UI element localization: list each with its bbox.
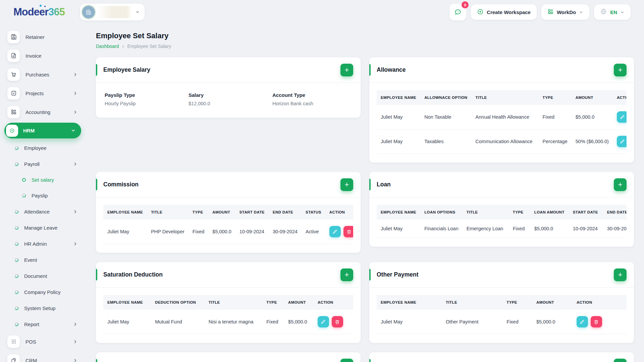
add-loan-button[interactable]: + <box>614 178 627 191</box>
action-cell <box>613 129 627 154</box>
table-cell: $5,000.0 <box>284 310 314 334</box>
column-header-end-date: END DATE <box>269 205 302 220</box>
edit-button[interactable] <box>617 111 627 123</box>
sidebar-item-payroll[interactable]: Payroll <box>0 156 87 172</box>
sidebar-item-label: Set salary <box>32 177 54 183</box>
edit-button[interactable] <box>617 136 627 147</box>
card-title: Employee Salary <box>103 66 150 73</box>
chevron-right-icon <box>73 322 78 327</box>
sidebar-item-retainer[interactable]: Retainer <box>0 27 87 46</box>
column-header-action: ACTION <box>314 295 353 310</box>
language-selector[interactable]: EN <box>594 4 631 20</box>
sidebar-item-accounting[interactable]: Accounting <box>0 103 87 121</box>
workdo-menu-button[interactable]: WorkDo <box>541 4 589 20</box>
messages-button[interactable]: 0 <box>449 4 466 20</box>
sidebar-item-hrm[interactable]: HRM <box>4 123 81 138</box>
workspace-selector[interactable] <box>80 4 145 20</box>
other-payment-card: Other Payment + EMPLOYEE NAMETITLETYPEAM… <box>369 262 634 343</box>
table-cell: Fixed <box>262 310 284 334</box>
plus-circle-icon <box>477 8 484 16</box>
accent-bar <box>369 64 371 76</box>
brand-suffix: 365 <box>48 6 65 18</box>
table-cell: Juliet May <box>377 310 442 334</box>
sidebar-item-manage-leave[interactable]: Manage Leave <box>0 220 87 236</box>
column-header-employee-name: EMPLOYEE NAME <box>103 295 151 310</box>
delete-button[interactable] <box>332 316 343 327</box>
sidebar-item-crm[interactable]: CRM <box>0 351 87 362</box>
chevron-right-icon <box>73 162 78 167</box>
grid-dots-icon <box>7 336 20 348</box>
sidebar-item-hr-admin[interactable]: HR Admin <box>0 236 87 252</box>
bullet-icon <box>14 274 19 278</box>
sidebar-item-event[interactable]: Event <box>0 252 87 268</box>
sidebar-item-report[interactable]: Report <box>0 316 87 332</box>
sidebar-item-purchases[interactable]: Purchases <box>0 65 87 84</box>
action-cell <box>325 220 353 244</box>
sidebar-item-label: Purchases <box>25 72 49 77</box>
chevron-down-icon <box>135 10 140 14</box>
column-header-action: ACTION <box>573 295 627 310</box>
column-header-status: STATUS <box>302 205 325 220</box>
data-table: EMPLOYEE NAMEALLOWNACE OPTIONTITLETYPEAM… <box>377 90 627 154</box>
sidebar-item-label: Payslip <box>32 193 48 198</box>
edit-button[interactable] <box>329 226 341 237</box>
table-cell: $5,000.0 <box>530 220 569 238</box>
bullet-icon <box>22 178 26 182</box>
card-header: Loan + <box>369 172 634 197</box>
delete-button[interactable] <box>343 226 353 237</box>
sidebar-item-label: Manage Leave <box>24 225 57 231</box>
create-workspace-button[interactable]: Create Workspace <box>471 4 537 20</box>
sidebar-item-payslip[interactable]: Payslip <box>0 188 87 203</box>
sidebar-item-attendance[interactable]: Attendance <box>0 203 87 220</box>
table-cell: Juliet May <box>103 220 147 244</box>
table-cell: Juliet May <box>377 220 420 238</box>
sidebar-item-company-policy[interactable]: Company Policy <box>0 284 87 300</box>
sidebar-item-document[interactable]: Document <box>0 268 87 284</box>
add-allowance-button[interactable]: + <box>614 64 627 76</box>
sidebar-item-label: Accounting <box>25 109 50 115</box>
brand-name: Modeer <box>13 6 48 18</box>
add-overtime-button[interactable]: + <box>340 359 353 362</box>
saturation-deduction-table: EMPLOYEE NAMEDEDUCTION OPTIONTITLETYPEAM… <box>103 295 353 334</box>
sidebar-item-set-salary[interactable]: Set salary <box>0 172 87 188</box>
data-table: EMPLOYEE NAMETITLETYPEAMOUNTACTIONJuliet… <box>377 295 627 334</box>
table-cell: Non Taxable <box>420 105 471 129</box>
table-cell: Juliet May <box>103 310 151 334</box>
add-company-contribution-button[interactable]: + <box>614 359 627 362</box>
sidebar-item-label: CRM <box>25 358 37 362</box>
table-cell: Juliet May <box>377 129 420 154</box>
table-header-row: EMPLOYEE NAMEALLOWNACE OPTIONTITLETYPEAM… <box>377 90 627 105</box>
sidebar-item-invoice[interactable]: Invoice <box>0 46 87 65</box>
table-cell: PHP Developer <box>147 220 189 244</box>
edit-button[interactable] <box>577 316 588 327</box>
chevron-right-icon <box>73 91 78 96</box>
brand-logo[interactable]: Modeer365 <box>13 6 65 18</box>
edit-button[interactable] <box>318 316 329 327</box>
cart-icon <box>7 68 20 81</box>
account-type-field: Account Type Horizon Bank cash <box>272 92 352 106</box>
create-workspace-label: Create Workspace <box>487 9 531 15</box>
sidebar-item-label: Document <box>24 273 47 279</box>
sidebar-item-pos[interactable]: POS <box>0 332 87 351</box>
field-value: Horizon Bank cash <box>272 101 352 106</box>
add-saturation-deduction-button[interactable]: + <box>340 268 353 281</box>
sidebar-item-projects[interactable]: Projects <box>0 84 87 103</box>
table-header-row: EMPLOYEE NAMEDEDUCTION OPTIONTITLETYPEAM… <box>103 295 353 310</box>
table-cell: Mutual Fund <box>151 310 205 334</box>
add-commission-button[interactable]: + <box>340 178 353 191</box>
add-other-payment-button[interactable]: + <box>614 268 627 281</box>
column-header-amount: AMOUNT <box>532 295 573 310</box>
table-cell: $5,000.0 <box>208 220 235 244</box>
table-cell: Emergency Loan <box>463 220 509 238</box>
bullet-icon <box>14 306 19 310</box>
column-header-loan-options: LOAN OPTIONS <box>420 205 463 220</box>
bullet-icon <box>14 225 19 230</box>
bullet-icon <box>14 209 19 214</box>
sidebar-item-system-setup[interactable]: System Setup <box>0 300 87 316</box>
sidebar-item-label: Attendance <box>24 209 50 215</box>
company-contribution-card: Company Contribution + <box>369 352 634 362</box>
add-employee-salary-button[interactable]: + <box>340 64 353 76</box>
breadcrumb-dashboard-link[interactable]: Dashboard <box>96 44 119 49</box>
delete-button[interactable] <box>591 316 602 327</box>
sidebar-item-employee[interactable]: Employee <box>0 140 87 156</box>
